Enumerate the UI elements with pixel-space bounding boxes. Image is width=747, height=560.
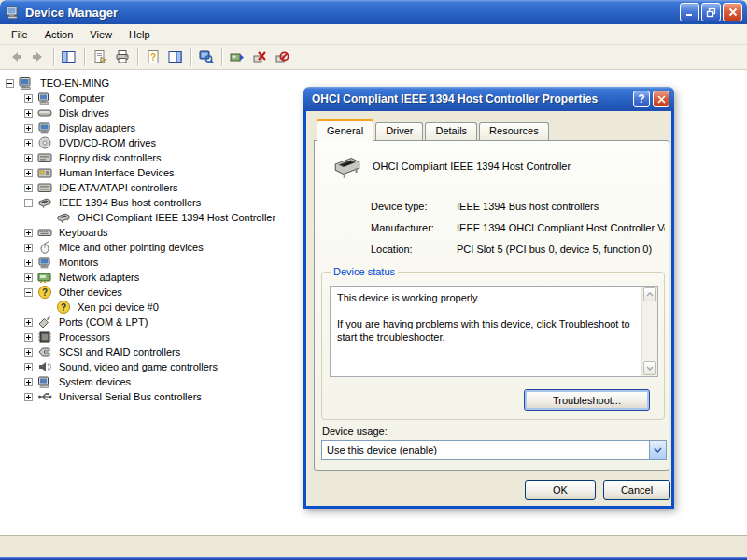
- collapse-toggle[interactable]: [24, 199, 33, 207]
- computer-root-icon: [19, 76, 34, 91]
- status-scrollbar[interactable]: [641, 287, 657, 376]
- toolbar-show-hide-console-tree-button[interactable]: [58, 47, 80, 68]
- tab-general[interactable]: General: [317, 119, 374, 141]
- status-bar: [0, 535, 747, 557]
- toolbar-properties-button[interactable]: [89, 47, 111, 68]
- expand-toggle[interactable]: [24, 229, 33, 237]
- expand-toggle[interactable]: [24, 124, 33, 133]
- window-title: Device Manager: [25, 6, 678, 20]
- menu-view[interactable]: View: [81, 26, 120, 43]
- toolbar-scan-for-hardware-changes-button[interactable]: [195, 47, 218, 68]
- display-adapter-icon: [37, 120, 52, 135]
- chevron-up-icon: [646, 292, 654, 297]
- toolbar-update-driver-button[interactable]: [226, 47, 248, 68]
- tree-item-label: SCSI and RAID controllers: [57, 346, 182, 357]
- field-value: IEEE 1394 OHCI Compliant Host Controller…: [457, 222, 665, 233]
- toolbar-uninstall-button[interactable]: [248, 47, 271, 68]
- keyboard-icon: [37, 225, 52, 240]
- device-usage-value: Use this device (enable): [322, 444, 649, 455]
- sound-icon: [37, 359, 52, 374]
- expand-toggle[interactable]: [24, 393, 33, 401]
- ok-button[interactable]: OK: [525, 480, 596, 500]
- dvd-drive-icon: [37, 135, 52, 150]
- troubleshoot-button[interactable]: Troubleshoot...: [524, 389, 650, 411]
- unknown-device-icon: ?: [56, 300, 71, 315]
- tree-item-label: Network adapters: [57, 272, 141, 283]
- tree-item-label: Human Interface Devices: [57, 167, 176, 178]
- toolbar-show-action-pane-button[interactable]: [164, 47, 187, 68]
- expand-toggle[interactable]: [24, 273, 33, 282]
- dialog-close-button[interactable]: [653, 91, 669, 107]
- question-mark-icon: ?: [638, 92, 644, 105]
- tree-item-label: Universal Serial Bus controllers: [57, 391, 204, 402]
- expand-toggle[interactable]: [24, 348, 33, 357]
- dialog-help-button[interactable]: ?: [633, 91, 650, 107]
- uninstall-icon: [252, 49, 267, 64]
- hid-icon: [37, 165, 52, 180]
- expand-toggle[interactable]: [24, 378, 33, 386]
- expand-toggle[interactable]: [24, 139, 33, 147]
- field-row: Device type:IEEE 1394 Bus host controlle…: [371, 195, 665, 217]
- scroll-down-button[interactable]: [643, 361, 656, 375]
- toolbar-help-button[interactable]: ?: [142, 47, 164, 68]
- arrow-left-icon: [8, 49, 23, 64]
- device-fields: Device type:IEEE 1394 Bus host controlle…: [371, 195, 665, 259]
- expand-toggle[interactable]: [24, 318, 33, 327]
- device-usage-combobox[interactable]: Use this device (enable): [321, 440, 667, 460]
- toolbar-separator: [84, 48, 85, 66]
- toolbar-back-button[interactable]: [5, 47, 27, 68]
- dialog-titlebar: OHCI Compliant IEEE 1394 Host Controller…: [303, 87, 674, 111]
- expand-toggle[interactable]: [24, 154, 33, 162]
- system-devices-icon: [37, 374, 52, 389]
- expand-toggle[interactable]: [24, 169, 33, 177]
- close-icon: [657, 95, 666, 104]
- expand-toggle[interactable]: [24, 109, 33, 118]
- menu-action[interactable]: Action: [36, 26, 82, 43]
- expand-toggle[interactable]: [24, 259, 33, 267]
- expand-toggle[interactable]: [24, 184, 33, 192]
- restore-button[interactable]: [701, 3, 721, 21]
- cancel-button[interactable]: Cancel: [603, 480, 670, 500]
- device-manager-icon: [6, 5, 21, 20]
- collapse-toggle[interactable]: [6, 79, 14, 88]
- print-icon: [115, 49, 130, 64]
- svg-text:?: ?: [42, 287, 48, 298]
- tree-item-label: Disk drives: [57, 107, 111, 119]
- disk-drive-icon: [37, 105, 52, 120]
- tab-resources[interactable]: Resources: [479, 122, 549, 140]
- tab-details[interactable]: Details: [425, 122, 477, 140]
- menu-help[interactable]: Help: [120, 26, 159, 43]
- chevron-down-icon: [654, 447, 662, 453]
- toolbar-separator: [137, 48, 138, 66]
- field-value: IEEE 1394 Bus host controllers: [457, 201, 599, 212]
- expand-toggle[interactable]: [24, 244, 33, 252]
- tree-item-label: DVD/CD-ROM drives: [57, 137, 158, 148]
- combo-dropdown-button[interactable]: [649, 441, 666, 459]
- minimize-button[interactable]: [680, 3, 699, 21]
- expand-toggle[interactable]: [24, 363, 33, 371]
- ide-controller-icon: [37, 180, 52, 195]
- scroll-up-button[interactable]: [643, 287, 656, 301]
- close-button[interactable]: [723, 3, 742, 21]
- toolbar-print-button[interactable]: [111, 47, 134, 68]
- arrow-right-icon: [31, 49, 46, 64]
- expand-toggle[interactable]: [24, 94, 33, 103]
- tab-driver[interactable]: Driver: [375, 122, 423, 140]
- device-status-group: Device status This device is working pro…: [321, 272, 665, 420]
- dialog-title: OHCI Compliant IEEE 1394 Host Controller…: [312, 92, 630, 105]
- collapse-toggle[interactable]: [24, 288, 33, 297]
- minimize-icon: [685, 7, 695, 17]
- field-row: Location:PCI Slot 5 (PCI bus 0, device 5…: [371, 238, 665, 259]
- menu-bar: FileActionViewHelp: [0, 24, 747, 45]
- properties-dialog: OHCI Compliant IEEE 1394 Host Controller…: [303, 87, 674, 509]
- scsi-icon: [37, 344, 52, 359]
- disable-icon: [275, 49, 289, 64]
- expand-toggle[interactable]: [24, 333, 33, 342]
- help-doc-icon: ?: [146, 49, 161, 64]
- toolbar-forward-button[interactable]: [27, 47, 49, 68]
- menu-file[interactable]: File: [3, 26, 36, 43]
- field-value: PCI Slot 5 (PCI bus 0, device 5, functio…: [457, 244, 652, 255]
- toolbar-disable-button[interactable]: [271, 47, 293, 68]
- toolbar: ?: [0, 45, 747, 70]
- scan-computer-icon: [199, 49, 214, 64]
